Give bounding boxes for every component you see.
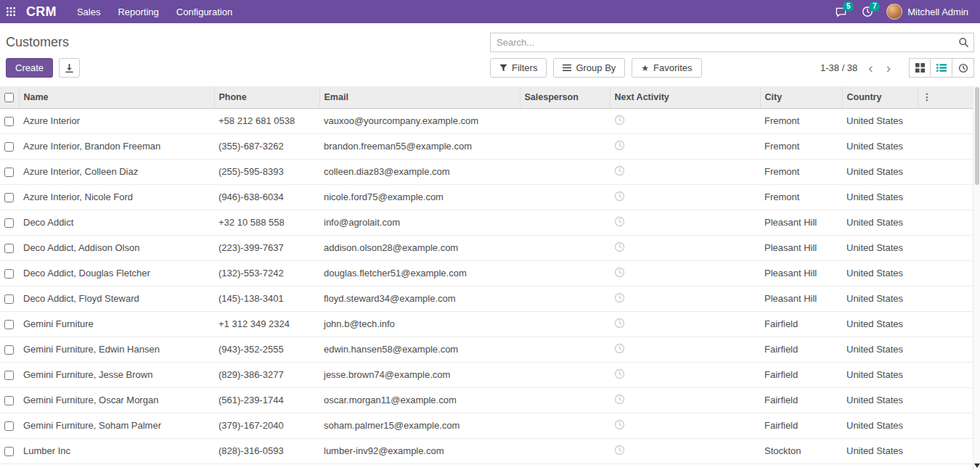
customers-list: Name Phone Email Salesperson Next Activi…: [0, 86, 980, 464]
customer-city: Stockton: [760, 438, 842, 463]
next-activity-clock-icon[interactable]: [614, 368, 625, 379]
column-header-city[interactable]: City: [760, 86, 842, 108]
customer-email: soham.palmer15@example.com: [319, 413, 520, 438]
row-checkbox[interactable]: [4, 421, 14, 431]
row-checkbox-cell: [0, 311, 19, 337]
pager-previous-button[interactable]: ‹: [862, 61, 879, 75]
row-checkbox[interactable]: [4, 294, 14, 304]
activities-menu-button[interactable]: 7: [854, 0, 881, 23]
customer-phone: (943)-352-2555: [214, 337, 319, 362]
column-header-salesperson[interactable]: Salesperson: [520, 86, 610, 108]
activity-view-button[interactable]: [952, 58, 974, 78]
customer-phone: (255)-595-8393: [214, 159, 319, 184]
next-activity-clock-icon[interactable]: [614, 242, 625, 252]
user-menu-button[interactable]: Mitchell Admin: [881, 0, 974, 23]
next-activity-clock-icon[interactable]: [614, 115, 625, 125]
table-row[interactable]: Deco Addict, Douglas Fletcher (132)-553-…: [0, 260, 980, 286]
row-checkbox[interactable]: [4, 447, 14, 456]
customer-name: Deco Addict, Douglas Fletcher: [19, 260, 214, 286]
table-row[interactable]: Deco Addict +32 10 588 558 info@agrolait…: [0, 210, 980, 235]
column-header-phone[interactable]: Phone: [214, 86, 319, 108]
control-panel: Customers Create Filters: [0, 23, 980, 86]
row-checkbox[interactable]: [4, 320, 14, 329]
row-checkbox[interactable]: [4, 371, 14, 380]
search-input[interactable]: [490, 33, 974, 52]
list-view-button[interactable]: [931, 58, 952, 78]
next-activity-clock-icon[interactable]: [614, 140, 625, 151]
menu-sales[interactable]: Sales: [68, 0, 110, 23]
filters-button[interactable]: Filters: [490, 58, 547, 78]
customer-next-activity: [610, 260, 760, 286]
activity-view-clock-icon: [958, 63, 968, 73]
scrollbar-thumb[interactable]: [975, 87, 979, 185]
customer-next-activity: [610, 184, 760, 210]
table-row[interactable]: Gemini Furniture, Edwin Hansen (943)-352…: [0, 337, 980, 362]
search-icon[interactable]: [958, 37, 969, 48]
row-checkbox[interactable]: [4, 345, 14, 355]
export-button[interactable]: [59, 58, 80, 78]
row-checkbox[interactable]: [4, 193, 14, 202]
table-row[interactable]: Gemini Furniture, Jesse Brown (829)-386-…: [0, 362, 980, 387]
next-activity-clock-icon[interactable]: [614, 191, 625, 202]
row-checkbox[interactable]: [4, 168, 14, 177]
kanban-view-button[interactable]: [909, 58, 931, 78]
customer-email: floyd.steward34@example.com: [319, 286, 520, 311]
table-row[interactable]: Azure Interior, Brandon Freeman (355)-68…: [0, 133, 980, 159]
customer-city: Fairfield: [760, 362, 842, 387]
customer-phone: +1 312 349 2324: [214, 311, 319, 337]
table-row[interactable]: Azure Interior, Nicole Ford (946)-638-60…: [0, 184, 980, 210]
customer-phone: +32 10 588 558: [214, 210, 319, 235]
group-by-button[interactable]: Group By: [553, 58, 625, 78]
pager-next-button[interactable]: ›: [880, 61, 897, 75]
menu-configuration[interactable]: Configuration: [168, 0, 241, 23]
table-row[interactable]: Deco Addict, Floyd Steward (145)-138-340…: [0, 286, 980, 311]
next-activity-clock-icon[interactable]: [614, 292, 625, 303]
row-filler-cell: [918, 260, 980, 286]
table-row[interactable]: Azure Interior, Colleen Diaz (255)-595-8…: [0, 159, 980, 184]
customer-email: jesse.brown74@example.com: [319, 362, 520, 387]
next-activity-clock-icon[interactable]: [614, 165, 625, 176]
column-header-name[interactable]: Name: [19, 86, 214, 108]
apps-menu-button[interactable]: [0, 0, 22, 23]
table-row[interactable]: Gemini Furniture +1 312 349 2324 john.b@…: [0, 311, 980, 337]
next-activity-clock-icon[interactable]: [614, 394, 625, 405]
select-all-cell: [0, 86, 19, 108]
column-header-country[interactable]: Country: [842, 86, 918, 108]
row-checkbox[interactable]: [4, 142, 14, 152]
optional-columns-toggle[interactable]: ⋮: [918, 86, 980, 108]
next-activity-clock-icon[interactable]: [614, 343, 625, 354]
scroll-down-arrow-icon[interactable]: [974, 463, 980, 468]
table-row[interactable]: Lumber Inc (828)-316-0593 lumber-inv92@e…: [0, 438, 980, 463]
row-checkbox[interactable]: [4, 117, 14, 126]
next-activity-clock-icon[interactable]: [614, 267, 625, 278]
next-activity-clock-icon[interactable]: [614, 445, 625, 455]
group-by-label: Group By: [576, 62, 616, 73]
row-checkbox[interactable]: [4, 269, 14, 279]
customer-next-activity: [610, 337, 760, 362]
table-row[interactable]: Azure Interior +58 212 681 0538 vauxoo@y…: [0, 108, 980, 133]
column-header-next-activity[interactable]: Next Activity: [610, 86, 760, 108]
customer-rows: Azure Interior +58 212 681 0538 vauxoo@y…: [0, 108, 980, 463]
next-activity-clock-icon[interactable]: [614, 216, 625, 227]
vertical-scrollbar[interactable]: [973, 86, 980, 470]
column-header-email[interactable]: Email: [319, 86, 520, 108]
customer-city: Pleasant Hill: [760, 260, 842, 286]
table-row[interactable]: Deco Addict, Addison Olson (223)-399-763…: [0, 235, 980, 260]
menu-reporting[interactable]: Reporting: [109, 0, 167, 23]
create-button[interactable]: Create: [6, 58, 53, 78]
app-brand[interactable]: CRM: [22, 4, 68, 20]
row-checkbox-cell: [0, 235, 19, 260]
row-checkbox[interactable]: [4, 218, 14, 228]
customer-salesperson: [520, 311, 610, 337]
next-activity-clock-icon[interactable]: [614, 419, 625, 430]
row-checkbox[interactable]: [4, 244, 14, 253]
customer-phone: (223)-399-7637: [214, 235, 319, 260]
table-row[interactable]: Gemini Furniture, Soham Palmer (379)-167…: [0, 413, 980, 438]
select-all-checkbox[interactable]: [4, 93, 14, 102]
row-checkbox[interactable]: [4, 396, 14, 405]
favorites-button[interactable]: ★ Favorites: [632, 58, 701, 78]
customer-country: United States: [842, 210, 918, 235]
next-activity-clock-icon[interactable]: [614, 318, 625, 329]
table-row[interactable]: Gemini Furniture, Oscar Morgan (561)-239…: [0, 387, 980, 413]
messages-menu-button[interactable]: 5: [828, 0, 854, 23]
